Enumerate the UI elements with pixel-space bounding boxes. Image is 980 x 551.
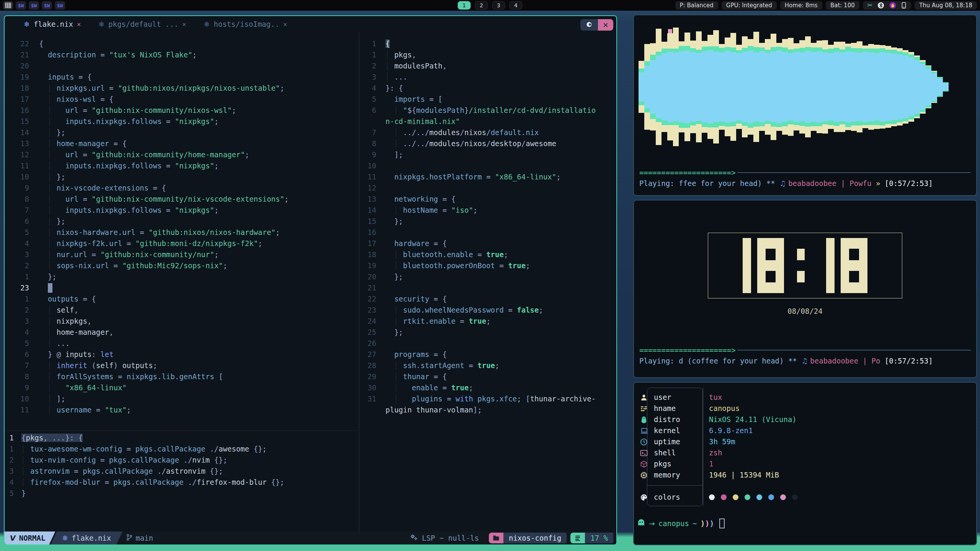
- horizontal-split[interactable]: [5, 430, 358, 430]
- code-line[interactable]: 17 hardware = {: [359, 238, 616, 249]
- code-line[interactable]: 14 hostName = "iso";: [359, 205, 616, 216]
- code-line[interactable]: 9 ];: [359, 149, 616, 160]
- code-line[interactable]: 10 };: [5, 171, 358, 183]
- code-line[interactable]: 7 inherit (self) outputs;: [5, 360, 358, 371]
- flame-icon[interactable]: [889, 2, 896, 9]
- workspace-button-3[interactable]: 3: [492, 1, 505, 10]
- code-line[interactable]: 19 inputs = {: [5, 72, 358, 83]
- code-line[interactable]: 5 nixos-hardware.url = "github:nixos/nix…: [5, 227, 358, 238]
- code-line[interactable]: 8 url = "github:nix-community/nix-vscode…: [5, 194, 358, 205]
- code-line[interactable]: 7 ../../modules/nixos/default.nix: [359, 127, 616, 138]
- code-line[interactable]: 6 "${modulesPath}/installer/cd-dvd/insta…: [359, 105, 616, 116]
- code-line[interactable]: 8 forAllSystems = nixpkgs.lib.genAttrs [: [5, 371, 358, 382]
- code-line[interactable]: 23: [5, 282, 358, 293]
- code-line[interactable]: 10 ];: [5, 393, 358, 404]
- code-line[interactable]: 25 };: [359, 327, 616, 338]
- code-line[interactable]: 9 nix-vscode-extensions = {: [5, 183, 358, 194]
- code-line[interactable]: 1 tux-awesome-wm-config = pkgs.callPacka…: [5, 443, 358, 455]
- close-button[interactable]: ✕: [598, 19, 613, 31]
- code-line[interactable]: 19 bluetooth.powerOnBoot = true;: [359, 260, 616, 271]
- code-line[interactable]: 14 };: [5, 127, 358, 138]
- code-line[interactable]: 13 home-manager = {: [5, 138, 358, 149]
- code-line[interactable]: 1 };: [5, 271, 358, 282]
- code-line[interactable]: 13 networking = {: [359, 194, 616, 205]
- code-line[interactable]: 4 firefox-mod-blur = pkgs.callPackage ./…: [5, 477, 358, 488]
- toggle-button[interactable]: [580, 19, 598, 31]
- terminal-window[interactable]: usertuxhnamecanopusdistroNixOS 24.11 (Vi…: [633, 382, 977, 545]
- pane-iso-image[interactable]: 1{1 pkgs,2 modulesPath,3 ...4}: {5 impor…: [359, 32, 616, 531]
- code-line[interactable]: 15 inputs.nixpkgs.follows = "nixpkgs";: [5, 116, 358, 127]
- code-line[interactable]: 11 inputs.nixpkgs.follows = "nixpkgs";: [5, 160, 358, 171]
- bluetooth-icon[interactable]: [877, 2, 884, 9]
- code-line[interactable]: 4 home-manager,: [5, 327, 358, 338]
- code-line[interactable]: 20 };: [359, 271, 616, 282]
- code-line[interactable]: 2 modulesPath,: [359, 60, 616, 72]
- code-line[interactable]: 1 pkgs,: [359, 49, 616, 60]
- code-line[interactable]: 12: [359, 183, 616, 194]
- tab-close-icon[interactable]: ✕: [283, 20, 287, 28]
- code-line[interactable]: 1{pkgs, ...}: {: [5, 432, 358, 443]
- status-pill[interactable]: P: Balanced: [675, 1, 718, 10]
- code-line[interactable]: 22 security = {: [359, 293, 616, 305]
- code-line[interactable]: plugin thunar-volman];: [359, 404, 616, 416]
- file-segment[interactable]: ❄ flake.nix: [51, 531, 122, 544]
- scissors-icon[interactable]: ✂: [867, 2, 872, 8]
- clock-pill[interactable]: Thu Aug 08, 18:18: [915, 1, 977, 10]
- code-line[interactable]: 31 plugins = with pkgs.xfce; [thunar-arc…: [359, 393, 616, 404]
- code-line[interactable]: 16: [359, 227, 616, 238]
- code-line[interactable]: 23 sudo.wheelNeedsPassword = false;: [359, 305, 616, 316]
- code-line[interactable]: 3 nixpkgs,: [5, 316, 358, 327]
- code-line[interactable]: 22{: [5, 38, 358, 49]
- code-line[interactable]: 21: [359, 282, 616, 293]
- code-line[interactable]: 11 username = "tux";: [5, 404, 358, 416]
- code-line[interactable]: 12 url = "github:nix-community/home-mana…: [5, 149, 358, 160]
- tab-close-icon[interactable]: ✕: [77, 20, 81, 28]
- code-line[interactable]: 26: [359, 338, 616, 349]
- app-launcher-button[interactable]: [3, 1, 13, 10]
- status-pill[interactable]: Bat: 100: [826, 1, 859, 10]
- code-line[interactable]: 5 imports = [: [359, 94, 616, 105]
- code-line[interactable]: 5}: [5, 488, 358, 499]
- code-line[interactable]: 24 rtkit.enable = true;: [359, 316, 616, 327]
- code-line[interactable]: 11 nixpkgs.hostPlatform = "x86_64-linux"…: [359, 171, 616, 183]
- code-line[interactable]: 29 thunar = {: [359, 371, 616, 382]
- code-line[interactable]: 21 description = "tux's NixOS Flake";: [5, 49, 358, 60]
- code-line[interactable]: 30 enable = true;: [359, 382, 616, 393]
- status-pill[interactable]: Home: 8ms: [780, 1, 822, 10]
- pane-flake-nix[interactable]: 22{21 description = "tux's NixOS Flake";…: [5, 32, 358, 531]
- code-line[interactable]: 3 ...: [359, 72, 616, 83]
- code-line[interactable]: 8 ../../modules/nixos/desktop/awesome: [359, 138, 616, 149]
- code-line[interactable]: 27 programs = {: [359, 349, 616, 360]
- code-line[interactable]: 16 url = "github:nix-community/nixos-wsl…: [5, 105, 358, 116]
- code-line[interactable]: n-cd-minimal.nix": [359, 116, 616, 127]
- tab-flake-nix[interactable]: ❄flake.nix✕: [16, 16, 88, 32]
- tab-hosts-isoImag-[interactable]: ❄hosts/isoImag..✕: [196, 16, 295, 32]
- branch-segment[interactable]: main: [126, 534, 153, 543]
- code-line[interactable]: 3 nur.url = "github:nix-community/nur";: [5, 249, 358, 260]
- code-line[interactable]: 17 nixos-wsl = {: [5, 94, 358, 105]
- code-line[interactable]: 15 };: [359, 216, 616, 227]
- code-line[interactable]: 4}: {: [359, 83, 616, 94]
- code-line[interactable]: 2 tux-nvim-config = pkgs.callPackage ./n…: [5, 455, 358, 466]
- tab-close-icon[interactable]: ✕: [182, 20, 186, 28]
- code-line[interactable]: 10: [359, 160, 616, 171]
- tab-pkgs-default-[interactable]: ❄pkgs/default ...✕: [91, 16, 194, 32]
- code-line[interactable]: 18 bluetooth.enable = true;: [359, 249, 616, 260]
- code-line[interactable]: 18 nixpkgs.url = "github:nixos/nixpkgs/n…: [5, 83, 358, 94]
- code-line[interactable]: 1 outputs = {: [5, 293, 358, 305]
- status-pill[interactable]: GPU: Integrated: [722, 1, 777, 10]
- code-line[interactable]: 28 ssh.startAgent = true;: [359, 360, 616, 371]
- workspace-tag[interactable]: $W: [42, 1, 52, 10]
- code-line[interactable]: 9 "x86_64-linux": [5, 382, 358, 393]
- workspace-tag[interactable]: $W: [55, 1, 65, 10]
- workspace-button-2[interactable]: 2: [475, 1, 488, 10]
- code-line[interactable]: 1{: [359, 38, 616, 49]
- workspace-button-4[interactable]: 4: [510, 1, 523, 10]
- workspace-tag[interactable]: $W: [16, 1, 26, 10]
- code-line[interactable]: 20: [5, 60, 358, 72]
- code-line[interactable]: 6 } @ inputs: let: [5, 349, 358, 360]
- code-line[interactable]: 2 sops-nix.url = "github:Mic92/sops-nix"…: [5, 260, 358, 271]
- code-line[interactable]: 5 ...: [5, 338, 358, 349]
- workspace-tag[interactable]: $W: [29, 1, 39, 10]
- phone-icon[interactable]: [901, 2, 906, 9]
